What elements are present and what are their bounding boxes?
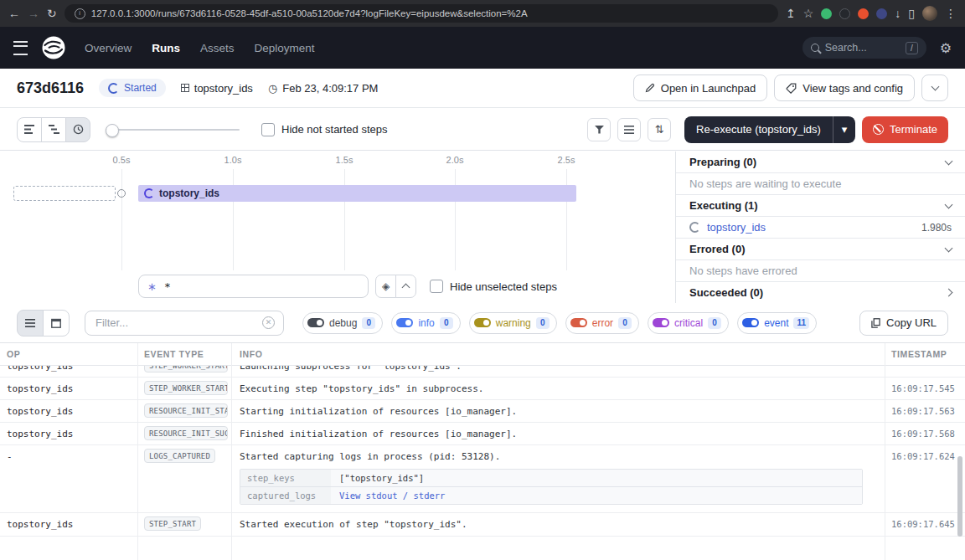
extension-icon-green[interactable] [821, 8, 832, 19]
view-tags-config-button[interactable]: View tags and config [774, 74, 915, 101]
sort-order-button[interactable]: ⇅ [648, 118, 671, 141]
browser-profile-avatar[interactable] [922, 6, 937, 21]
site-info-icon[interactable]: i [75, 8, 85, 19]
timestamp-cell[interactable] [885, 366, 957, 377]
level-toggle[interactable] [653, 318, 669, 327]
global-search[interactable]: Search... / [802, 37, 926, 59]
view-mode-timed-button[interactable] [65, 117, 90, 142]
copy-url-button[interactable]: Copy URL [859, 311, 948, 336]
checkbox-icon[interactable] [261, 123, 275, 136]
level-toggle[interactable] [742, 318, 759, 327]
nav-item-runs[interactable]: Runs [152, 42, 180, 54]
pencil-icon [645, 83, 655, 93]
hide-unselected-checkbox-row[interactable]: Hide unselected steps [430, 280, 557, 293]
row-density-button[interactable] [617, 118, 641, 141]
op-cell: topstory_ids [0, 423, 137, 444]
step-selection-input[interactable]: ∗ [138, 275, 369, 298]
browser-chrome: ← → ↻ i 127.0.0.1:3000/runs/673d6116-052… [0, 0, 965, 27]
timestamp-cell[interactable]: 16:09:17.645 [885, 513, 957, 536]
section-preparing-header[interactable]: Preparing (0) [676, 152, 965, 173]
extension-icon-red[interactable] [858, 8, 869, 19]
executing-step-row[interactable]: topstory_ids 1.980s [676, 217, 965, 239]
zoom-fit-button[interactable]: ◈ [375, 275, 396, 298]
nav-item-assets[interactable]: Assets [200, 42, 235, 54]
timestamp-cell[interactable]: 16:09:17.624 [885, 445, 957, 512]
view-mode-waterfall-button[interactable] [41, 117, 66, 142]
level-toggle[interactable] [307, 318, 324, 327]
timestamp-cell[interactable]: 16:09:17.563 [885, 400, 957, 422]
reexecute-dropdown-caret[interactable]: ▾ [833, 116, 855, 143]
collapse-button[interactable] [395, 275, 416, 298]
terminate-slash-icon [873, 124, 884, 135]
url-bar[interactable]: i 127.0.0.1:3000/runs/673d6116-0528-45df… [65, 4, 778, 23]
log-level-chip-critical[interactable]: critical 0 [648, 312, 729, 334]
timestamp-cell[interactable]: 16:09:17.545 [885, 378, 957, 399]
step-link[interactable]: topstory_ids [707, 221, 921, 234]
extension-icon-blue[interactable] [876, 8, 887, 19]
dagster-logo[interactable] [41, 35, 66, 60]
log-table-view-button[interactable] [43, 310, 70, 337]
run-more-actions-button[interactable] [921, 74, 948, 101]
log-filter-field[interactable] [94, 316, 257, 330]
extension-icon-dark[interactable] [839, 8, 850, 19]
hide-not-started-checkbox-row[interactable]: Hide not started steps [261, 123, 387, 136]
downloads-icon[interactable]: ↓ [895, 8, 900, 19]
browser-menu-icon[interactable]: ⋮ [945, 8, 957, 19]
timestamp-cell[interactable]: 16:09:17.568 [885, 423, 957, 444]
settings-gear-icon[interactable]: ⚙ [940, 40, 952, 56]
side-panel-icon[interactable]: ▯ [908, 8, 915, 19]
log-filter-input[interactable]: ✕ [85, 311, 284, 336]
gantt-bar-label: topstory_ids [159, 188, 219, 199]
hamburger-menu-icon[interactable] [13, 41, 28, 55]
log-scrollbar-thumb[interactable] [957, 456, 962, 537]
forward-icon[interactable]: → [28, 8, 39, 19]
log-level-chip-event[interactable]: event 11 [737, 312, 817, 334]
open-in-launchpad-button[interactable]: Open in Launchpad [633, 74, 767, 101]
view-stdout-stderr-link[interactable]: View stdout / stderr [331, 487, 862, 504]
nav-item-overview[interactable]: Overview [85, 42, 132, 54]
section-errored-header[interactable]: Errored (0) [676, 239, 965, 260]
log-level-chip-debug[interactable]: debug 0 [302, 312, 383, 334]
view-mode-flat-button[interactable] [17, 117, 42, 142]
bookmark-star-icon[interactable]: ☆ [803, 8, 814, 19]
run-job-name[interactable]: topstory_ids [181, 82, 253, 95]
filter-funnel-button[interactable] [587, 118, 611, 141]
log-list-view-button[interactable] [17, 310, 44, 337]
reload-icon[interactable]: ↻ [47, 8, 57, 19]
log-row[interactable]: topstory_ids RESOURCE_INIT_STAR... Start… [0, 400, 965, 423]
log-row[interactable]: topstory_ids STEP_START Started executio… [0, 513, 965, 537]
log-level-chip-warning[interactable]: warning 0 [469, 312, 557, 334]
level-toggle[interactable] [474, 318, 491, 327]
log-rows: topstory_ids STEP_WORKER_STARTI... Launc… [0, 366, 965, 560]
checkbox-icon[interactable] [430, 280, 443, 293]
axis-tick: 1.5s [326, 155, 363, 165]
reexecute-button[interactable]: Re-execute (topstory_ids) [684, 116, 833, 143]
log-row[interactable]: topstory_ids RESOURCE_INIT_SUCC... Finis… [0, 423, 965, 445]
gantt-zoom-slider[interactable] [106, 124, 240, 136]
log-row[interactable]: topstory_ids STEP_WORKER_STARTED Executi… [0, 378, 965, 400]
clear-filter-icon[interactable]: ✕ [262, 316, 275, 329]
section-executing-header[interactable]: Executing (1) [676, 195, 965, 217]
log-row-logs-captured[interactable]: - LOGS_CAPTURED Started capturing logs i… [0, 445, 965, 513]
gridline [121, 169, 122, 270]
terminate-button[interactable]: Terminate [862, 116, 948, 143]
section-succeeded-header[interactable]: Succeeded (0) [676, 282, 965, 303]
nav-item-deployment[interactable]: Deployment [255, 42, 315, 54]
info-cell: Started execution of step "topstory_ids"… [231, 513, 885, 536]
slider-knob[interactable] [106, 124, 119, 137]
level-label: event [764, 317, 788, 329]
terminate-label: Terminate [890, 123, 937, 136]
url-text: 127.0.0.1:3000/runs/673d6116-0528-45df-a… [91, 8, 528, 18]
log-level-chip-error[interactable]: error 0 [565, 312, 639, 334]
level-toggle[interactable] [396, 318, 413, 327]
level-toggle[interactable] [570, 318, 587, 327]
log-row[interactable]: topstory_ids STEP_WORKER_STARTI... Launc… [0, 366, 965, 378]
hide-unselected-label: Hide unselected steps [450, 280, 557, 293]
share-icon[interactable]: ↥ [786, 8, 796, 19]
gantt-step-bar[interactable]: topstory_ids [138, 185, 576, 202]
gantt-zoom-group: ◈ [375, 275, 416, 298]
event-type-tag: STEP_START [144, 516, 201, 531]
log-level-chip-info[interactable]: info 0 [391, 312, 460, 334]
step-query-field[interactable] [163, 280, 359, 294]
back-icon[interactable]: ← [8, 8, 20, 19]
